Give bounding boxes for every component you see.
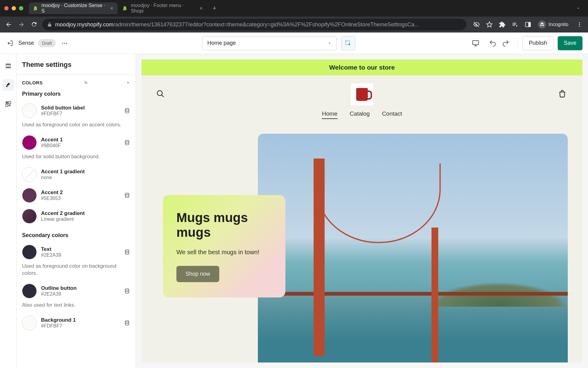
svg-point-16	[125, 140, 129, 142]
color-hint: Also used for text links.	[17, 301, 136, 312]
browser-toolbar: moodjoy.myshopify.com/admin/themes/13614…	[0, 17, 588, 33]
shopify-favicon	[123, 6, 128, 11]
svg-point-5	[62, 43, 63, 44]
svg-point-15	[125, 109, 129, 110]
nav-contact[interactable]: Contact	[382, 110, 402, 119]
undo-icon[interactable]	[488, 38, 498, 48]
extensions-icon[interactable]	[498, 21, 506, 29]
theme-settings-tab-icon[interactable]	[2, 79, 14, 91]
desktop-view-icon[interactable]	[471, 38, 481, 48]
redo-icon[interactable]	[501, 38, 511, 48]
page-selector[interactable]: Home page	[202, 36, 337, 50]
preview-canvas: Welcome to our store Home Catalog	[136, 54, 588, 368]
nav-home[interactable]: Home	[322, 110, 337, 119]
publish-button[interactable]: Publish	[522, 36, 553, 50]
search-icon[interactable]	[156, 90, 166, 99]
save-button[interactable]: Save	[558, 36, 582, 50]
color-swatch	[22, 316, 37, 330]
incognito-indicator[interactable]: Incognito	[535, 21, 571, 29]
draft-badge: Draft	[38, 39, 56, 47]
svg-point-6	[64, 43, 65, 44]
inspector-icon	[345, 40, 352, 47]
color-accent-1-gradient[interactable]: Accent 1 gradient none	[17, 164, 136, 185]
connect-dynamic-source-icon[interactable]	[124, 320, 130, 326]
svg-point-4	[579, 26, 580, 27]
connect-dynamic-source-icon[interactable]	[124, 192, 130, 198]
color-accent-2[interactable]: Accent 2 #5E3653	[17, 185, 136, 206]
svg-point-19	[125, 289, 129, 290]
cursor-pointer-icon	[83, 80, 88, 85]
window-close[interactable]	[4, 6, 9, 10]
store-preview[interactable]: Welcome to our store Home Catalog	[141, 59, 582, 362]
nav-catalog[interactable]: Catalog	[350, 110, 370, 119]
more-actions-icon[interactable]	[60, 39, 69, 48]
close-icon[interactable]: ×	[199, 5, 203, 12]
playlist-icon[interactable]	[511, 21, 519, 29]
primary-colors-title: Primary colors	[22, 91, 130, 97]
app-embeds-tab-icon[interactable]	[2, 98, 14, 110]
window-maximize[interactable]	[19, 6, 23, 10]
svg-rect-14	[6, 104, 8, 106]
hero-card: Mugs mugs mugs We sell the best mugs in …	[163, 195, 285, 297]
sections-tab-icon[interactable]	[2, 60, 14, 72]
color-solid-button-label[interactable]: Solid button label #FDFBF7	[17, 100, 136, 121]
shop-now-button[interactable]: Shop now	[176, 266, 219, 282]
hero-body: We sell the best mugs in town!	[176, 247, 272, 257]
svg-rect-12	[6, 102, 8, 104]
color-accent-2-gradient[interactable]: Accent 2 gradient Linear gradient	[17, 206, 136, 227]
browser-tab-2[interactable]: moodjoy · Footer menu · Shopi ×	[118, 2, 207, 14]
svg-rect-13	[8, 102, 10, 104]
inspector-toggle[interactable]	[341, 36, 355, 50]
svg-point-21	[157, 91, 162, 96]
svg-point-20	[125, 320, 129, 322]
svg-rect-1	[528, 22, 530, 27]
window-minimize[interactable]	[12, 6, 16, 10]
connect-dynamic-source-icon[interactable]	[124, 249, 130, 255]
svg-rect-10	[6, 65, 11, 67]
address-bar[interactable]: moodjoy.myshopify.com/admin/themes/13614…	[42, 19, 466, 30]
toolbar-icons	[473, 21, 532, 29]
svg-rect-11	[6, 67, 11, 68]
svg-point-7	[66, 43, 67, 44]
sidepanel-icon[interactable]	[524, 21, 532, 29]
announcement-bar[interactable]: Welcome to our store	[141, 59, 582, 75]
colors-section-header[interactable]: COLORS	[22, 80, 130, 85]
tabs-dropdown-icon[interactable]	[573, 6, 584, 11]
browser-tab-1[interactable]: moodjoy · Customize Sense · S ×	[29, 2, 118, 14]
reload-button[interactable]	[29, 20, 39, 29]
color-swatch	[22, 209, 37, 224]
incognito-label: Incognito	[548, 22, 568, 27]
connect-dynamic-source-icon[interactable]	[124, 140, 130, 146]
page-selector-label: Home page	[207, 40, 236, 46]
new-tab-button[interactable]: +	[208, 4, 221, 12]
exit-editor-icon[interactable]	[6, 39, 14, 48]
forward-button[interactable]	[17, 20, 26, 29]
color-hint: Used as foreground color on background c…	[17, 263, 136, 281]
color-text[interactable]: Text #2E2A39	[17, 242, 136, 263]
editor-top-bar: Sense Draft Home page Publish Save	[0, 33, 588, 54]
store-nav: Home Catalog Contact	[322, 110, 402, 125]
tab-title: moodjoy · Customize Sense · S	[41, 3, 106, 14]
settings-sidebar: Theme settings COLORS Primary colors Sol…	[17, 54, 136, 368]
cart-icon[interactable]	[558, 90, 568, 99]
browser-tab-strip: moodjoy · Customize Sense · S × moodjoy …	[0, 0, 588, 17]
color-background-1[interactable]: Background 1 #FDFBF7	[17, 312, 136, 333]
back-button[interactable]	[4, 20, 13, 29]
shopify-favicon	[33, 6, 38, 11]
mug-icon	[356, 88, 368, 101]
store-logo[interactable]	[351, 83, 373, 105]
svg-point-17	[125, 193, 129, 194]
color-outline-button[interactable]: Outline button #2E2A39	[17, 281, 136, 301]
window-controls	[4, 6, 23, 10]
kebab-menu-icon[interactable]	[575, 20, 584, 29]
url-host: moodjoy.myshopify.com	[55, 21, 113, 28]
star-icon[interactable]	[485, 21, 493, 29]
color-swatch	[22, 284, 37, 298]
chevron-down-icon	[126, 81, 130, 85]
close-icon[interactable]: ×	[110, 5, 113, 12]
eye-off-icon[interactable]	[473, 21, 481, 29]
left-iconbar	[0, 54, 17, 368]
color-accent-1[interactable]: Accent 1 #9B046F	[17, 132, 136, 153]
connect-dynamic-source-icon[interactable]	[124, 108, 130, 114]
connect-dynamic-source-icon[interactable]	[124, 288, 130, 294]
